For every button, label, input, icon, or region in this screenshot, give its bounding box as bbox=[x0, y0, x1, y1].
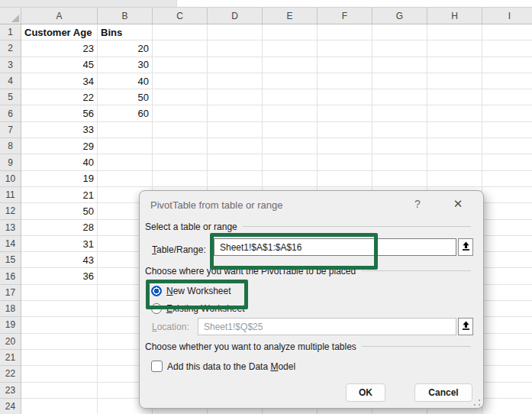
cell-I17[interactable] bbox=[482, 285, 532, 301]
row-header-23[interactable]: 23 bbox=[0, 383, 21, 399]
row-header-1[interactable]: 1 bbox=[0, 24, 21, 40]
cell-I2[interactable] bbox=[482, 40, 532, 57]
cell-A6[interactable]: 56 bbox=[21, 105, 98, 121]
cell-B4[interactable]: 40 bbox=[98, 73, 153, 89]
cell-E4[interactable] bbox=[263, 73, 318, 89]
cell-B8[interactable] bbox=[98, 138, 153, 154]
cell-A19[interactable] bbox=[21, 317, 98, 333]
cell-F7[interactable] bbox=[318, 122, 372, 138]
cell-F1[interactable] bbox=[318, 24, 372, 40]
cell-B3[interactable]: 30 bbox=[98, 57, 153, 73]
cell-A20[interactable] bbox=[21, 334, 98, 350]
cell-I16[interactable] bbox=[482, 268, 532, 284]
cell-A3[interactable]: 45 bbox=[21, 57, 98, 73]
cell-I10[interactable] bbox=[482, 171, 532, 187]
cell-A12[interactable]: 50 bbox=[21, 203, 98, 219]
cell-E9[interactable] bbox=[263, 154, 318, 170]
column-header-F[interactable]: F bbox=[318, 8, 372, 24]
cell-I12[interactable] bbox=[482, 203, 532, 219]
cell-G6[interactable] bbox=[372, 105, 427, 121]
cell-B5[interactable]: 50 bbox=[98, 89, 153, 105]
cell-G8[interactable] bbox=[372, 138, 427, 154]
close-icon[interactable]: ✕ bbox=[451, 197, 465, 211]
cell-A5[interactable]: 22 bbox=[21, 89, 98, 105]
location-collapse-button[interactable] bbox=[458, 318, 473, 335]
cell-I11[interactable] bbox=[482, 187, 532, 203]
cell-C7[interactable] bbox=[153, 122, 208, 138]
row-header-14[interactable]: 14 bbox=[0, 236, 21, 252]
cell-D9[interactable] bbox=[208, 154, 263, 170]
new-worksheet-radio[interactable] bbox=[151, 286, 162, 296]
cell-E10[interactable] bbox=[263, 171, 318, 187]
row-header-12[interactable]: 12 bbox=[0, 203, 21, 219]
row-header-15[interactable]: 15 bbox=[0, 252, 21, 268]
cell-A7[interactable]: 33 bbox=[21, 122, 98, 138]
cell-A23[interactable] bbox=[21, 383, 98, 399]
cell-I9[interactable] bbox=[482, 154, 532, 170]
cell-A22[interactable] bbox=[21, 366, 98, 382]
cell-D6[interactable] bbox=[208, 105, 263, 121]
cell-G1[interactable] bbox=[372, 24, 427, 40]
row-header-9[interactable]: 9 bbox=[0, 154, 21, 170]
cell-E8[interactable] bbox=[263, 138, 318, 154]
cell-I24[interactable] bbox=[482, 399, 532, 414]
row-header-13[interactable]: 13 bbox=[0, 220, 21, 236]
cell-I7[interactable] bbox=[482, 122, 532, 138]
cell-G7[interactable] bbox=[372, 122, 427, 138]
cell-E5[interactable] bbox=[263, 89, 318, 105]
cell-A4[interactable]: 34 bbox=[21, 73, 98, 89]
column-header-A[interactable]: A bbox=[21, 8, 98, 24]
cell-I1[interactable] bbox=[482, 24, 532, 40]
row-header-24[interactable]: 24 bbox=[0, 399, 21, 414]
cell-D10[interactable] bbox=[208, 171, 263, 187]
cell-H2[interactable] bbox=[427, 40, 482, 57]
row-header-18[interactable]: 18 bbox=[0, 301, 21, 317]
cell-B1[interactable]: Bins bbox=[98, 24, 153, 40]
cell-F10[interactable] bbox=[318, 171, 372, 187]
resize-grip[interactable] bbox=[473, 398, 481, 406]
cell-G4[interactable] bbox=[372, 73, 427, 89]
cell-I4[interactable] bbox=[482, 73, 532, 89]
cell-B7[interactable] bbox=[98, 122, 153, 138]
cell-C2[interactable] bbox=[153, 40, 208, 57]
cell-I5[interactable] bbox=[482, 89, 532, 105]
cell-D5[interactable] bbox=[208, 89, 263, 105]
cell-H10[interactable] bbox=[427, 171, 482, 187]
cell-D1[interactable] bbox=[208, 24, 263, 40]
column-header-D[interactable]: D bbox=[208, 8, 263, 24]
row-header-19[interactable]: 19 bbox=[0, 317, 21, 333]
cell-E2[interactable] bbox=[263, 40, 318, 57]
cell-I6[interactable] bbox=[482, 105, 532, 121]
cell-A9[interactable]: 40 bbox=[21, 154, 98, 170]
cell-I19[interactable] bbox=[482, 317, 532, 333]
cell-C6[interactable] bbox=[153, 105, 208, 121]
cell-A8[interactable]: 29 bbox=[21, 138, 98, 154]
row-header-11[interactable]: 11 bbox=[0, 187, 21, 203]
cell-C10[interactable] bbox=[153, 171, 208, 187]
cell-H3[interactable] bbox=[427, 57, 482, 73]
row-header-16[interactable]: 16 bbox=[0, 268, 21, 284]
cell-B6[interactable]: 60 bbox=[98, 105, 153, 121]
column-header-E[interactable]: E bbox=[263, 8, 318, 24]
cell-I20[interactable] bbox=[482, 334, 532, 350]
column-header-G[interactable]: G bbox=[372, 8, 427, 24]
cell-A2[interactable]: 23 bbox=[21, 40, 98, 57]
cell-H9[interactable] bbox=[427, 154, 482, 170]
cell-F4[interactable] bbox=[318, 73, 372, 89]
cell-G2[interactable] bbox=[372, 40, 427, 57]
data-model-checkbox-label[interactable]: Add this data to the Data Model bbox=[167, 361, 295, 372]
cell-A15[interactable]: 43 bbox=[21, 252, 98, 268]
cell-E3[interactable] bbox=[263, 57, 318, 73]
cell-D3[interactable] bbox=[208, 57, 263, 73]
cell-C4[interactable] bbox=[153, 73, 208, 89]
cell-H5[interactable] bbox=[427, 89, 482, 105]
cell-A11[interactable]: 21 bbox=[21, 187, 98, 203]
column-header-I[interactable]: I bbox=[482, 8, 532, 24]
ok-button[interactable]: OK bbox=[346, 383, 385, 402]
row-header-4[interactable]: 4 bbox=[0, 73, 21, 89]
cell-A10[interactable]: 19 bbox=[21, 171, 98, 187]
cell-G5[interactable] bbox=[372, 89, 427, 105]
cell-F2[interactable] bbox=[318, 40, 372, 57]
cell-I8[interactable] bbox=[482, 138, 532, 154]
new-worksheet-label[interactable]: New Worksheet bbox=[166, 286, 231, 296]
